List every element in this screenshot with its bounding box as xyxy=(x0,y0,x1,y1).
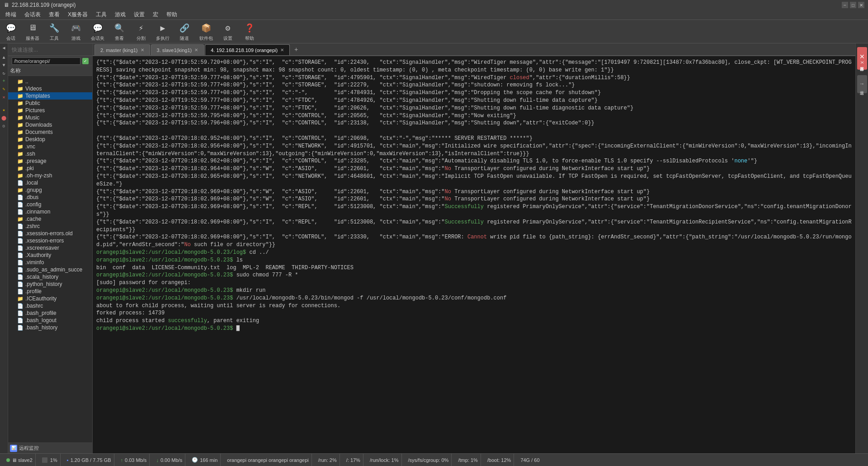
path-confirm-icon[interactable]: ✓ xyxy=(82,58,89,64)
tree-item--zshrc[interactable]: 📄.zshrc xyxy=(8,223,92,230)
toolbar-icon-查看[interactable]: 🔍 xyxy=(112,22,127,34)
tree-item--xsession-errors-old[interactable]: 📄.xsession-errors.old xyxy=(8,230,92,237)
toolbar-icon-帮助[interactable]: ❓ xyxy=(242,22,257,34)
menubar-item-帮助[interactable]: 帮助 xyxy=(163,10,181,19)
tree-item--xscreensaver[interactable]: 📄.xscreensaver xyxy=(8,244,92,252)
tree-item--vnc[interactable]: 📁.vnc xyxy=(8,143,92,150)
close-button[interactable]: ✕ xyxy=(858,2,864,8)
sidebar-settings-icon[interactable]: ⚙ xyxy=(2,124,5,129)
tree-item-Documents[interactable]: 📁Documents xyxy=(8,128,92,136)
tree-item--bashrc[interactable]: 📄.bashrc xyxy=(8,302,92,309)
quickconnect-input[interactable] xyxy=(12,47,89,53)
minimize-button[interactable]: − xyxy=(842,2,848,8)
exit-icon[interactable]: → 退出 xyxy=(857,75,867,93)
sidebar-edit-icon[interactable]: ✎ xyxy=(2,86,5,92)
tree-item---[interactable]: 📁.. xyxy=(8,78,92,85)
file-icon: 📄 xyxy=(17,267,24,273)
toolbar-icon-设置[interactable]: ⚙ xyxy=(221,22,235,34)
tree-item--bash-history[interactable]: 📄.bash_history xyxy=(8,324,92,331)
tree-item--local[interactable]: 📄.local xyxy=(8,179,92,186)
toolbar-icon-隧道[interactable]: 🔗 xyxy=(177,22,192,34)
tree-item--xsession-errors[interactable]: 📄.xsession-errors xyxy=(8,237,92,244)
tree-item-label: .cinnamon xyxy=(25,209,50,215)
toolbar-icon-分割[interactable]: ⚡ xyxy=(134,22,148,34)
tree-item-Public[interactable]: 📁Public xyxy=(8,100,92,107)
sidebar-down-icon[interactable]: ▼ xyxy=(2,63,5,68)
toolbar-group-会话夹: 💬 会话夹 xyxy=(90,22,105,42)
toolbar-group-分割: ⚡ 分割 xyxy=(134,22,148,42)
tree-item--gnupg[interactable]: 📁.gnupg xyxy=(8,186,92,194)
tab-2[interactable]: 3. slave1(king1)✕ xyxy=(151,44,204,55)
tree-item--config[interactable]: 📄.config xyxy=(8,201,92,208)
tab-1[interactable]: 2. master (king1)✕ xyxy=(94,44,150,55)
toolbar-label-游戏: 游戏 xyxy=(71,35,80,42)
folder-icon: 📁 xyxy=(17,151,24,157)
tree-item--bash-profile[interactable]: 📄.bash_profile xyxy=(8,309,92,317)
tab-close-1[interactable]: ✕ xyxy=(141,48,144,52)
tree-item--pki[interactable]: 📁.pki xyxy=(8,165,92,172)
sidebar-star-icon[interactable]: ★ xyxy=(2,107,5,113)
status-upload-value: 0.03 Mb/s xyxy=(125,457,146,463)
folder-icon: 📁 xyxy=(17,86,24,92)
status-time-value: 166 min xyxy=(200,457,217,463)
tree-item--sudo-as-admin-succe[interactable]: 📄.sudo_as_admin_succe xyxy=(8,266,92,273)
tree-item--scala-history[interactable]: 📄.scala_history xyxy=(8,273,92,281)
status-download: ↓ 0.00 Mb/s xyxy=(153,454,185,466)
toolbar-icon-服务器[interactable]: 🖥 xyxy=(25,22,40,34)
menubar-item-设置[interactable]: 设置 xyxy=(130,10,148,19)
tree-item-Pictures[interactable]: 📁Pictures xyxy=(8,107,92,114)
tab-3[interactable]: 4. 192.168.218.109 (orangepi)✕ xyxy=(205,44,290,55)
tree-item--Xauthority[interactable]: 📄.Xauthority xyxy=(8,252,92,259)
menubar-item-查看[interactable]: 查看 xyxy=(45,10,63,19)
tree-item-Templates[interactable]: 📁Templates xyxy=(8,92,92,100)
path-input[interactable] xyxy=(12,57,80,65)
status-disk-root: /: 17% xyxy=(344,454,363,466)
tree-item-Desktop[interactable]: 📁Desktop xyxy=(8,136,92,143)
new-tab-button[interactable]: + xyxy=(291,44,302,55)
toolbar-icon-会话[interactable]: 💬 xyxy=(4,22,18,34)
tree-item--presage[interactable]: 📁.presage xyxy=(8,157,92,165)
sidebar-filter-icon[interactable]: ⬤ xyxy=(1,115,6,121)
tree-item-label: .zshrc xyxy=(25,223,40,229)
toolbar-icon-游戏[interactable]: 🎮 xyxy=(69,22,83,34)
tree-item--bash-logout[interactable]: 📄.bash_logout xyxy=(8,317,92,324)
tree-item--ssh[interactable]: 📁.ssh xyxy=(8,150,92,157)
file-icon: 📄 xyxy=(17,325,24,331)
toolbar-icon-工具[interactable]: 🔧 xyxy=(47,22,61,34)
tree-item-Music[interactable]: 📁Music xyxy=(8,114,92,121)
tree-item--oh-my-zsh[interactable]: 📁.oh-my-zsh xyxy=(8,172,92,179)
toolbar-group-设置: ⚙ 设置 xyxy=(221,22,235,42)
tree-item-Downloads[interactable]: 📁Downloads xyxy=(8,121,92,128)
menubar-item-会话表[interactable]: 会话表 xyxy=(21,10,44,19)
maximize-button[interactable]: □ xyxy=(850,2,856,8)
tree-item--python-history[interactable]: 📄.python_history xyxy=(8,281,92,288)
folder-icon: 📁 xyxy=(17,144,24,150)
sidebar-collapse-icon[interactable]: ◀ xyxy=(2,45,5,51)
toolbar-icon-软件包[interactable]: 📦 xyxy=(199,22,213,34)
menubar-item-X服务器[interactable]: X服务器 xyxy=(64,10,91,19)
sidebar-delete-icon[interactable]: ✕ xyxy=(2,95,5,100)
menubar-item-工具[interactable]: 工具 xyxy=(92,10,110,19)
toolbar-icon-会话夹[interactable]: 💬 xyxy=(90,22,105,34)
menubar-item-宏[interactable]: 宏 xyxy=(149,10,162,19)
toolbar-icon-多执行[interactable]: ▶ xyxy=(156,22,170,34)
tree-item--ICEauthority[interactable]: 📁.ICEauthority xyxy=(8,295,92,302)
tree-item--profile[interactable]: 📄.profile xyxy=(8,288,92,295)
sidebar-refresh-icon[interactable]: ↻ xyxy=(2,71,5,76)
sidebar-new-icon[interactable]: + xyxy=(2,79,5,84)
tree-item-label: .xsession-errors.old xyxy=(25,230,73,237)
file-icon: 📄 xyxy=(17,318,24,323)
tree-item--dbus[interactable]: 📄.dbus xyxy=(8,194,92,201)
x-server-icon[interactable]: ✕ X服务器 xyxy=(857,47,867,70)
tree-item--viminfo[interactable]: 📄.viminfo xyxy=(8,259,92,266)
tab-close-3[interactable]: ✕ xyxy=(280,48,284,52)
remote-monitor-label[interactable]: 远程监控 xyxy=(19,445,39,452)
tree-item--cache[interactable]: 📁.cache xyxy=(8,215,92,223)
menubar-item-游戏[interactable]: 游戏 xyxy=(111,10,129,19)
tree-item--cinnamon[interactable]: 📄.cinnamon xyxy=(8,208,92,215)
tab-close-2[interactable]: ✕ xyxy=(194,48,198,52)
tree-item-Videos[interactable]: 📁Videos xyxy=(8,85,92,92)
menubar-item-终端[interactable]: 终端 xyxy=(2,10,20,19)
terminal-output[interactable]: {"t":{"$date":"2023-12-07T19:52:59.720+0… xyxy=(93,56,855,453)
sidebar-up-icon[interactable]: ▲ xyxy=(2,55,5,60)
